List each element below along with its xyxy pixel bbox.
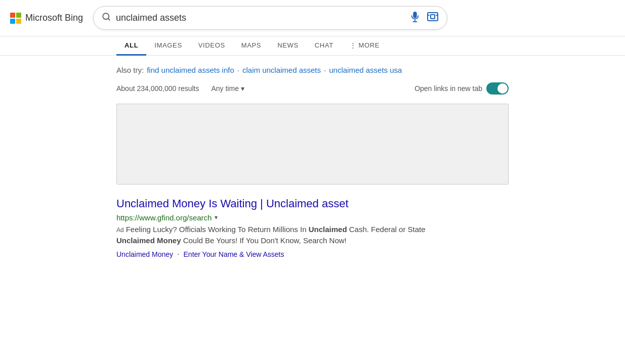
search-icons — [409, 11, 439, 25]
anytime-filter[interactable]: Any time ▾ — [211, 84, 244, 93]
also-try-link-usa[interactable]: unclaimed assets usa — [329, 66, 402, 74]
microsoft-logo — [10, 13, 21, 24]
header: Microsoft Bing — [0, 0, 625, 36]
results-meta: About 234,000,000 results Any time ▾ Ope… — [116, 82, 509, 95]
also-try-label: Also try: — [116, 66, 144, 74]
result-url: https://www.gfind.org/search — [116, 213, 212, 222]
snippet-bold-2: Unclaimed Money — [116, 236, 181, 245]
search-bar[interactable] — [93, 6, 447, 30]
brand-name: Microsoft Bing — [25, 13, 83, 23]
result-sitelinks: Unclaimed Money · Enter Your Name & View… — [116, 250, 509, 259]
svg-rect-4 — [428, 13, 438, 21]
snippet-text-2: Cash. Federal or State — [347, 225, 426, 234]
open-links-toggle-area: Open links in new tab — [414, 82, 509, 95]
search-result-1: Unclaimed Money Is Waiting | Unclaimed a… — [116, 197, 509, 259]
main-content: Also try: find unclaimed assets info · c… — [0, 56, 625, 279]
visual-search-icon[interactable] — [427, 11, 439, 25]
snippet-text-1: Feeling Lucky? Officials Working To Retu… — [126, 225, 309, 234]
microphone-icon[interactable] — [409, 11, 421, 25]
logo-sq-blue — [10, 19, 15, 24]
open-links-toggle[interactable] — [486, 82, 509, 95]
snippet-text-3: Could Be Yours! If You Don't Know, Searc… — [181, 236, 347, 245]
result-snippet: AdFeeling Lucky? Officials Working To Re… — [116, 224, 509, 247]
also-try-section: Also try: find unclaimed assets info · c… — [116, 66, 509, 74]
results-count: About 234,000,000 results — [116, 84, 199, 93]
tab-videos[interactable]: VIDEOS — [190, 36, 233, 56]
logo-sq-red — [10, 13, 15, 18]
logo-area: Microsoft Bing — [10, 13, 83, 24]
result-dropdown-icon[interactable]: ▾ — [215, 214, 218, 221]
svg-rect-5 — [431, 15, 435, 19]
tab-more[interactable]: ⋮ MORE — [342, 36, 388, 56]
tab-all[interactable]: ALL — [116, 36, 146, 56]
search-icon — [102, 12, 111, 24]
also-try-link-claim[interactable]: claim unclaimed assets — [242, 66, 321, 74]
result-link-enter-name[interactable]: Enter Your Name & View Assets — [184, 250, 284, 258]
result-link-unclaimed-money[interactable]: Unclaimed Money — [116, 250, 173, 258]
search-input[interactable] — [116, 13, 404, 23]
toggle-knob — [497, 83, 508, 94]
ad-box — [116, 104, 509, 185]
result-title[interactable]: Unclaimed Money Is Waiting | Unclaimed a… — [116, 197, 509, 211]
also-try-link-find[interactable]: find unclaimed assets info — [147, 66, 234, 74]
nav-tabs: ALL IMAGES VIDEOS MAPS NEWS CHAT ⋮ MORE — [0, 36, 625, 56]
logo-sq-green — [16, 13, 21, 18]
more-dots-icon: ⋮ — [350, 41, 357, 49]
tab-images[interactable]: IMAGES — [146, 36, 190, 56]
result-url-row: https://www.gfind.org/search ▾ — [116, 213, 509, 222]
tab-chat[interactable]: CHAT — [307, 36, 342, 56]
tab-maps[interactable]: MAPS — [233, 36, 269, 56]
logo-sq-yellow — [16, 19, 21, 24]
svg-line-1 — [108, 18, 110, 20]
tab-news[interactable]: NEWS — [269, 36, 307, 56]
ad-label: Ad — [116, 226, 124, 234]
open-links-label: Open links in new tab — [414, 84, 482, 93]
snippet-bold-1: Unclaimed — [309, 225, 347, 234]
dropdown-arrow-icon: ▾ — [241, 84, 244, 93]
